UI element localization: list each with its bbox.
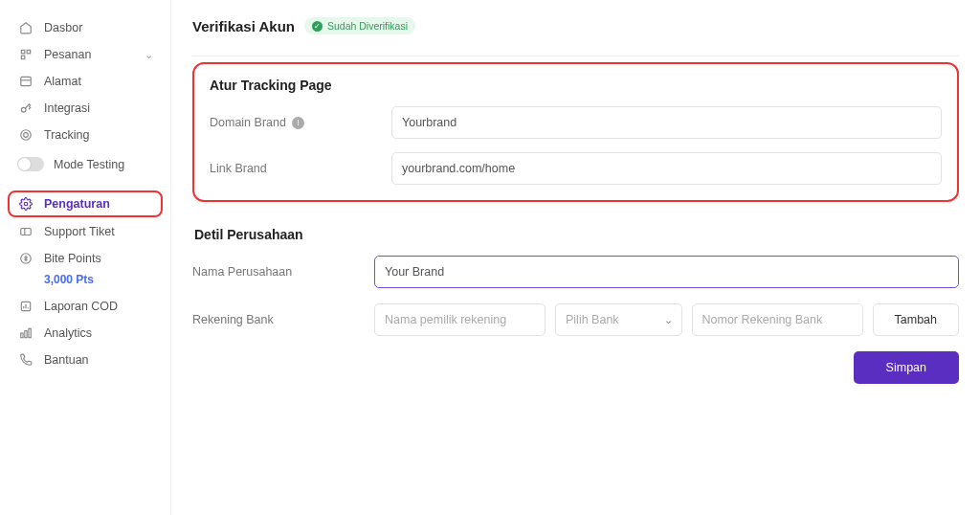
sidebar-item-tracking[interactable]: Tracking	[8, 123, 163, 147]
svg-rect-3	[21, 77, 32, 85]
orders-icon	[17, 48, 34, 61]
svg-point-5	[21, 130, 32, 141]
svg-point-4	[21, 107, 26, 112]
sidebar-item-integrasi[interactable]: Integrasi	[8, 96, 163, 121]
target-icon	[17, 128, 34, 142]
svg-point-6	[24, 133, 29, 138]
check-icon: ✓	[312, 21, 323, 32]
svg-point-7	[24, 202, 28, 206]
info-icon[interactable]: !	[292, 117, 304, 129]
ticket-icon	[17, 225, 34, 238]
gear-icon	[17, 197, 34, 211]
sidebar-item-label: Analytics	[44, 326, 92, 340]
svg-rect-12	[25, 331, 27, 338]
sidebar-item-label: Integrasi	[44, 101, 90, 115]
sidebar-item-label: Pengaturan	[44, 197, 110, 211]
mode-testing-toggle-row: Mode Testing	[8, 151, 163, 177]
coin-icon	[17, 252, 34, 265]
sidebar-item-label: Alamat	[44, 75, 81, 88]
company-name-input[interactable]	[374, 256, 959, 288]
sidebar-item-label: Dasbor	[44, 21, 82, 34]
svg-rect-13	[29, 328, 31, 337]
domain-brand-row: Domain Brand !	[210, 106, 942, 139]
tracking-title: Atur Tracking Page	[210, 78, 942, 93]
bank-owner-input[interactable]	[374, 303, 546, 336]
main-content: Verifikasi Akun ✓ Sudah Diverifikasi Atu…	[170, 0, 980, 515]
sidebar-item-dasbor[interactable]: Dasbor	[8, 15, 163, 40]
tracking-card: Atur Tracking Page Domain Brand ! Link B…	[192, 62, 959, 202]
svg-rect-2	[21, 56, 25, 59]
status-badge: ✓ Sudah Diverifikasi	[304, 17, 415, 34]
badge-text: Sudah Diverifikasi	[327, 20, 408, 32]
sidebar-item-label: Bite Points	[44, 252, 101, 265]
bank-row: Rekening Bank ⌄ Tambah	[192, 303, 959, 336]
sidebar-item-support-tiket[interactable]: Support Tiket	[8, 219, 163, 244]
address-icon	[17, 75, 34, 88]
link-brand-input[interactable]	[391, 152, 942, 185]
page-title: Verifikasi Akun	[192, 18, 295, 34]
link-brand-row: Link Brand	[210, 152, 942, 185]
bite-points-value: 3,000 Pts	[8, 273, 163, 286]
sidebar-item-alamat[interactable]: Alamat	[8, 69, 163, 94]
sidebar-item-label: Pesanan	[44, 48, 91, 61]
bank-number-input[interactable]	[692, 303, 863, 336]
sidebar-item-label: Bantuan	[44, 353, 89, 367]
bank-label: Rekening Bank	[192, 313, 374, 326]
svg-rect-0	[21, 50, 25, 54]
sidebar-item-analytics[interactable]: Analytics	[8, 321, 163, 346]
action-row: Simpan	[192, 351, 959, 384]
save-button[interactable]: Simpan	[854, 351, 959, 384]
home-icon	[17, 21, 34, 34]
svg-rect-8	[21, 229, 32, 235]
sidebar: Dasbor Pesanan ⌄ Alamat Integrasi Trac	[0, 0, 170, 515]
sidebar-item-label: Support Tiket	[44, 225, 115, 238]
company-title: Detil Perusahaan	[194, 227, 959, 242]
mode-testing-toggle[interactable]	[17, 157, 44, 171]
company-name-row: Nama Perusahaan	[192, 256, 959, 288]
sidebar-item-pesanan[interactable]: Pesanan ⌄	[8, 42, 163, 67]
sidebar-item-label: Tracking	[44, 128, 89, 142]
domain-brand-input[interactable]	[391, 106, 942, 139]
analytics-icon	[17, 326, 34, 340]
sidebar-item-bite-points[interactable]: Bite Points	[8, 246, 163, 271]
mode-testing-label: Mode Testing	[54, 158, 124, 171]
sidebar-item-bantuan[interactable]: Bantuan	[8, 347, 163, 372]
divider	[192, 56, 959, 56]
sidebar-item-label: Laporan COD	[44, 300, 118, 313]
svg-rect-1	[27, 50, 31, 54]
svg-rect-11	[21, 333, 23, 338]
domain-brand-label: Domain Brand !	[210, 116, 391, 129]
phone-icon	[17, 353, 34, 367]
company-name-label: Nama Perusahaan	[192, 265, 374, 279]
chevron-down-icon: ⌄	[145, 49, 153, 61]
sidebar-item-laporan-cod[interactable]: Laporan COD	[8, 294, 163, 319]
sidebar-item-pengaturan[interactable]: Pengaturan	[8, 190, 163, 217]
link-brand-label: Link Brand	[210, 162, 391, 175]
report-icon	[17, 300, 34, 313]
add-bank-button[interactable]: Tambah	[873, 303, 959, 336]
key-icon	[17, 101, 34, 115]
bank-select[interactable]	[555, 303, 682, 336]
company-section: Detil Perusahaan Nama Perusahaan Rekenin…	[192, 227, 959, 384]
page-header: Verifikasi Akun ✓ Sudah Diverifikasi	[192, 17, 959, 34]
